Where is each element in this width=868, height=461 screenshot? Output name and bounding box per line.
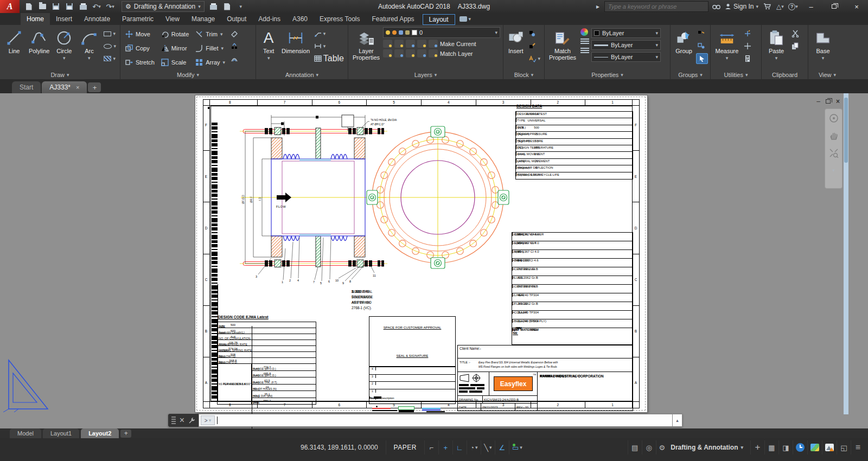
circle-button[interactable]: Circle ▾ [52, 27, 76, 69]
steering-wheel-icon[interactable] [828, 112, 840, 124]
file-tab-start[interactable]: Start [12, 81, 41, 93]
color-wheel-icon[interactable] [580, 28, 588, 36]
block-attributes-button[interactable]: ▾ [527, 53, 542, 64]
panel-label-properties[interactable]: Properties▾ [545, 71, 670, 79]
tab-a360[interactable]: A360 [286, 13, 314, 25]
polyline-button[interactable]: Polyline [27, 27, 51, 69]
isodraft-toggle[interactable]: ╲▾ [481, 440, 495, 454]
quick-calc-button[interactable] [742, 53, 753, 64]
fillet-button[interactable]: Fillet▾ [193, 41, 228, 55]
annotation-monitor-button[interactable]: + [750, 440, 764, 454]
explode-button[interactable] [229, 41, 240, 52]
drag-grip-icon[interactable] [171, 417, 176, 424]
tab-layout[interactable]: Layout [423, 14, 455, 25]
text-button[interactable]: A Text ▾ [258, 27, 279, 69]
erase-button[interactable] [229, 28, 240, 39]
tab-output[interactable]: Output [221, 13, 252, 25]
command-history-toggle[interactable]: ▴ [673, 414, 682, 427]
scale-button[interactable]: Scale [158, 55, 192, 69]
object-snap-tracking-toggle[interactable]: ∠ [495, 440, 509, 454]
new-file-button[interactable] [23, 1, 35, 12]
match-layer-icon[interactable] [429, 49, 438, 57]
search-input[interactable] [605, 2, 708, 11]
point-style-button[interactable] [742, 41, 753, 52]
layer-dropdown[interactable]: 0 ▾ [383, 27, 500, 38]
color-dropdown[interactable]: ByLayer ▾ [591, 28, 661, 38]
help-button[interactable]: ?▾ [787, 1, 800, 12]
tab-annotate[interactable]: Annotate [78, 13, 116, 25]
app-store-cart-icon[interactable] [761, 1, 774, 12]
layer-lock-icon[interactable] [405, 30, 410, 35]
close-icon[interactable]: × [76, 84, 79, 91]
command-input[interactable] [220, 417, 672, 424]
array-button[interactable]: Array▾ [193, 55, 228, 69]
panel-label-clipboard[interactable]: Clipboard [762, 71, 808, 79]
move-button[interactable]: Move [123, 27, 157, 41]
table-button[interactable]: Table [312, 53, 346, 64]
plot-button[interactable] [77, 1, 89, 12]
workspace-selector[interactable]: ⚙ Drafting & Annotation ▾ [122, 1, 205, 12]
layer-freeze-button[interactable] [406, 40, 415, 48]
scrollbar-thumb[interactable] [844, 98, 848, 163]
tab-express-tools[interactable]: Express Tools [314, 13, 366, 25]
units-button[interactable]: ▦ [764, 440, 778, 454]
match-layer-button[interactable]: Match Layer [440, 50, 473, 57]
trim-button[interactable]: Trim▾ [193, 27, 228, 41]
group-edit-button[interactable] [696, 41, 708, 52]
object-snap-toggle[interactable]: ▭▾ [509, 440, 525, 454]
tab-parametric[interactable]: Parametric [116, 13, 159, 25]
linetype-dropdown[interactable]: ByLayer ▾ [591, 52, 661, 62]
id-point-button[interactable] [742, 28, 753, 39]
hatch-tool-button[interactable]: ▾ [102, 53, 118, 64]
infer-constraints-toggle[interactable]: ⌐ [424, 440, 438, 454]
rotate-button[interactable]: Rotate [158, 27, 192, 41]
qat-customize-button[interactable]: ▾ [235, 1, 247, 12]
save-button[interactable] [50, 1, 62, 12]
arc-button[interactable]: Arc ▾ [77, 27, 101, 69]
sign-in-button[interactable]: Sign In ▾ [723, 3, 761, 10]
tab-addins[interactable]: Add-ins [252, 13, 286, 25]
search-binoculars-icon[interactable] [710, 1, 723, 12]
drawing-canvas[interactable]: 87654321 87654321 FEDCBA FEDCBA [0, 93, 868, 428]
insert-button[interactable]: Insert [506, 27, 526, 69]
mirror-button[interactable]: Mirror [158, 41, 192, 55]
make-current-icon[interactable] [429, 40, 438, 48]
lineweight-list-icon[interactable] [580, 39, 589, 45]
linetype-list-icon[interactable] [580, 48, 589, 54]
drawing-minimize-button[interactable]: – [816, 98, 820, 105]
layer-on-bulb-icon[interactable] [386, 30, 390, 35]
group-select-button[interactable] [696, 53, 708, 64]
snap-mode-toggle[interactable]: + [438, 440, 452, 454]
pan-hand-icon[interactable] [828, 130, 840, 142]
tab-home[interactable]: Home [21, 13, 50, 25]
chevron-right-icon[interactable]: ▸ [591, 1, 604, 12]
tab-insert[interactable]: Insert [50, 13, 78, 25]
ortho-mode-toggle[interactable]: ∟ [452, 440, 467, 454]
drawing-restore-button[interactable] [826, 99, 831, 104]
tab-layout2[interactable]: Layout2 [81, 428, 119, 438]
paste-button[interactable]: Paste ▾ [764, 27, 789, 69]
close-button[interactable]: × [845, 0, 868, 13]
multileader-button[interactable]: ▾ [312, 28, 346, 39]
save-as-button[interactable] [63, 1, 75, 12]
layer-thaw-button[interactable] [406, 49, 415, 57]
command-input-zone[interactable]: > ▾ [199, 414, 673, 427]
group-button[interactable]: Group [673, 27, 695, 69]
panel-label-utilities[interactable]: Utilities▾ [711, 71, 761, 79]
customize-status-bar-button[interactable]: ≡ [851, 440, 865, 454]
layer-unisolate-button[interactable] [394, 49, 404, 57]
lineweight-dropdown[interactable]: ByLayer ▾ [591, 40, 661, 50]
cut-button[interactable] [790, 28, 801, 39]
ellipse-tool-button[interactable]: ▾ [102, 41, 118, 52]
new-layout-button[interactable]: + [120, 430, 131, 438]
polar-tracking-toggle[interactable]: ◔▾ [467, 440, 481, 454]
make-current-button[interactable]: Make Current [440, 41, 476, 47]
batch-plot-button[interactable] [208, 1, 220, 12]
restore-button[interactable] [822, 0, 845, 13]
measure-button[interactable]: Measure ▾ [713, 27, 741, 69]
offset-button[interactable] [229, 53, 240, 64]
zoom-extents-icon[interactable] [828, 147, 840, 159]
dim-style-button[interactable]: ▾ [312, 41, 346, 52]
tab-manage[interactable]: Manage [186, 13, 221, 25]
layer-freeze-sun-icon[interactable] [392, 30, 397, 35]
